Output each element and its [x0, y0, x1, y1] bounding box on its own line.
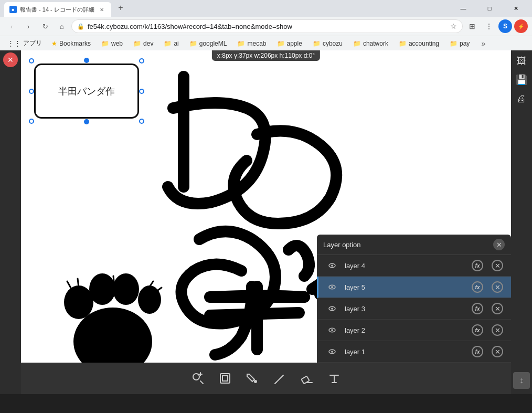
layer-4-name: layer 4	[345, 262, 465, 270]
layer-row-5: layer 5 fx ✕	[317, 277, 511, 298]
bookmark-pay-label: pay	[460, 40, 470, 47]
bookmark-folder-icon4: 📁	[189, 40, 197, 47]
bookmark-googleml[interactable]: 📁 googleML	[185, 39, 231, 48]
extension-area: ⊞ ⋮ S ⚡	[465, 19, 528, 34]
layer-1-fx-button[interactable]: fx	[470, 344, 485, 359]
svg-rect-21	[220, 374, 230, 383]
layer-3-visibility-button[interactable]	[325, 301, 339, 316]
svg-point-9	[113, 273, 139, 305]
extensions-button[interactable]: ⊞	[465, 19, 480, 34]
svg-line-12	[78, 279, 79, 288]
selection-handle-top[interactable]	[84, 58, 89, 63]
notification-button[interactable]: ⚡	[514, 19, 528, 33]
layer-1-delete-button[interactable]: ✕	[490, 344, 505, 359]
app-wrapper: ✕ 🖼 💾 🖨 ↕ x:8px y:37px w:206px h:110px d…	[0, 50, 532, 394]
close-button[interactable]: ✕	[504, 0, 528, 17]
bookmark-web[interactable]: 📁 web	[97, 39, 127, 48]
layer-2-visibility-button[interactable]	[325, 323, 339, 337]
url-text: fe54k.cybozu.com/k/1163/show#record=14&t…	[88, 23, 447, 30]
svg-point-32	[331, 264, 333, 267]
bookmark-dev[interactable]: 📁 dev	[129, 39, 157, 48]
refresh-button[interactable]: ↻	[38, 19, 52, 34]
svg-point-23	[254, 380, 257, 383]
layer-row-1: layer 1 fx ✕	[317, 341, 511, 363]
apps-grid-icon: ⋮⋮	[7, 39, 21, 47]
layer-1-name: layer 1	[345, 348, 465, 356]
layer-1-visibility-button[interactable]	[325, 344, 339, 359]
bookmark-star-icon[interactable]: ☆	[450, 22, 457, 30]
address-bar[interactable]: 🔒 fe54k.cybozu.com/k/1163/show#record=14…	[71, 19, 463, 33]
layer-4-delete-button[interactable]: ✕	[490, 258, 505, 273]
bookmark-apple[interactable]: 📁 apple	[273, 39, 306, 48]
svg-point-34	[331, 286, 333, 288]
layer-2-name: layer 2	[345, 326, 465, 334]
bookmark-cybozu[interactable]: 📁 cybozu	[308, 39, 347, 48]
layer-3-delete-button[interactable]: ✕	[490, 301, 505, 316]
maximize-button[interactable]: □	[477, 0, 502, 17]
layer-2-del-icon: ✕	[492, 324, 503, 336]
print-button[interactable]: 🖨	[513, 90, 530, 107]
save-button[interactable]: 💾	[513, 71, 530, 88]
selection-handle-topright[interactable]	[139, 58, 144, 63]
bookmark-pay[interactable]: 📁 pay	[445, 39, 474, 48]
bookmark-ai[interactable]: 📁 ai	[159, 39, 183, 48]
scroll-handle[interactable]: ↕	[513, 372, 530, 389]
selection-handle-topleft[interactable]	[29, 58, 34, 63]
layer-3-del-icon: ✕	[492, 303, 503, 314]
selection-handle-bottomleft[interactable]	[29, 119, 34, 124]
home-button[interactable]: ⌂	[55, 19, 69, 34]
layer-2-delete-button[interactable]: ✕	[490, 323, 505, 337]
add-element-button[interactable]	[188, 369, 207, 388]
bookmark-bookmarks[interactable]: ★ Bookmarks	[47, 39, 95, 48]
selection-handle-left[interactable]	[29, 89, 34, 94]
layer-panel-close-button[interactable]: ✕	[493, 239, 505, 250]
selection-handle-bottom[interactable]	[84, 119, 89, 124]
canvas-close-button[interactable]: ✕	[3, 52, 18, 67]
tab-favicon: ■	[9, 6, 17, 13]
pen-tool-button[interactable]	[270, 369, 289, 388]
eraser-tool-button[interactable]	[297, 369, 316, 388]
layer-3-fx-button[interactable]: fx	[470, 301, 485, 316]
lock-icon: 🔒	[77, 23, 84, 30]
bookmark-dev-label: dev	[143, 40, 153, 47]
bookmark-chatwork[interactable]: 📁 chatwork	[349, 39, 392, 48]
bookmark-ai-label: ai	[174, 40, 178, 47]
text-tool-button[interactable]	[325, 369, 344, 388]
bookmark-bookmarks-label: Bookmarks	[59, 40, 91, 47]
layer-4-fx-icon: fx	[472, 260, 483, 271]
profile-avatar[interactable]: S	[498, 19, 512, 33]
image-export-button[interactable]: 🖼	[513, 52, 530, 69]
layer-2-fx-button[interactable]: fx	[470, 323, 485, 337]
fill-tool-button[interactable]	[243, 369, 262, 388]
bookmark-chatwork-label: chatwork	[363, 40, 388, 47]
title-bar: ■ 報告書 - 14 - レコードの詳細 ✕ + — □ ✕	[0, 0, 532, 17]
bookmark-apple-label: apple	[287, 40, 302, 47]
selection-handle-right[interactable]	[139, 89, 144, 94]
bookmark-folder-icon6: 📁	[277, 40, 285, 47]
svg-point-17	[193, 374, 199, 380]
layer-5-visibility-button[interactable]	[325, 280, 339, 294]
layer-4-visibility-button[interactable]	[325, 258, 339, 273]
layer-5-name: layer 5	[345, 283, 465, 291]
forward-button[interactable]: ›	[21, 19, 36, 34]
minimize-button[interactable]: —	[451, 0, 475, 17]
layer-5-fx-button[interactable]: fx	[470, 280, 485, 294]
svg-line-18	[200, 381, 203, 384]
layer-3-fx-icon: fx	[472, 303, 483, 314]
bookmark-accounting[interactable]: 📁 accounting	[395, 39, 443, 48]
active-tab[interactable]: ■ 報告書 - 14 - レコードの詳細 ✕	[4, 2, 111, 17]
settings-button[interactable]: ⋮	[482, 19, 496, 34]
frame-tool-button[interactable]	[216, 369, 235, 388]
apps-button[interactable]: ⋮⋮ アプリ	[4, 38, 45, 49]
layer-5-delete-button[interactable]: ✕	[490, 280, 505, 294]
bookmark-folder-icon9: 📁	[399, 40, 407, 47]
tab-close-btn[interactable]: ✕	[98, 5, 106, 14]
more-bookmarks-button[interactable]: »	[477, 37, 490, 50]
bookmark-mecab[interactable]: 📁 mecab	[233, 39, 270, 48]
selection-handle-bottomright[interactable]	[139, 119, 144, 124]
bookmark-folder-icon10: 📁	[450, 40, 457, 47]
layer-4-fx-button[interactable]: fx	[470, 258, 485, 273]
back-button[interactable]: ‹	[4, 19, 19, 34]
layer-5-fx-icon: fx	[472, 281, 483, 293]
new-tab-button[interactable]: +	[113, 1, 128, 15]
